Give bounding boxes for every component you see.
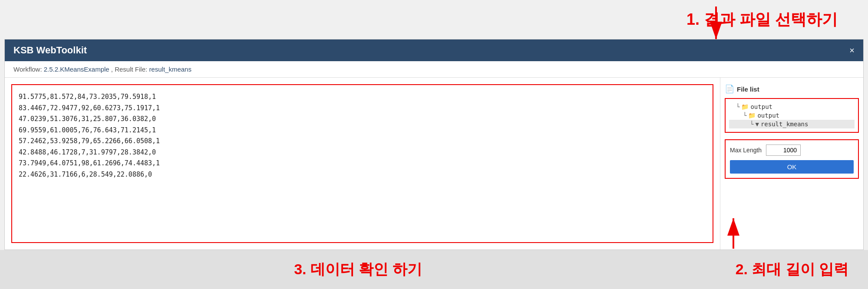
file-label: result_kmeans [761,121,809,128]
result-label: , Result File: [111,66,147,73]
workflow-value: 2.5.2.KMeansExample [44,66,109,73]
workflow-bar: Workflow: 2.5.2.KMeansExample , Result F… [5,61,863,78]
file-tree-item[interactable]: └📁 output [729,111,855,120]
file-tree-item[interactable]: └📁 output [729,102,855,111]
data-line: 69.9559,61.0005,76,76.643,71.2145,1 [19,125,706,136]
max-length-row: Max Length [730,144,854,156]
file-list-label: File list [737,85,759,93]
data-line: 57.2462,53.9258,79,65.2266,66.0508,1 [19,136,706,147]
sidebar: 📄 File list └📁 output└📁 output└▼ result_… [720,78,863,250]
tree-connector: └ [736,103,739,110]
content-area: 91.5775,81.572,84,73.2035,79.5918,183.44… [5,78,863,250]
data-line: 22.4626,31.7166,6,28.549,22.0886,0 [19,169,706,181]
tree-connector: └ [750,121,753,128]
annotation-bottom-left: 3. 데이터 확인 하기 [0,259,716,279]
annotation-bottom-right: 2. 최대 길이 입력 [716,259,868,279]
data-line: 42.8488,46.1728,7,31.9797,28.3842,0 [19,147,706,158]
close-button[interactable]: × [849,46,855,55]
file-tree-item[interactable]: └▼ result_kmeans [729,120,855,128]
data-line: 73.7949,64.0751,98,61.2696,74.4483,1 [19,158,706,169]
file-icon: 📄 [725,84,734,94]
annotation-top-right: 1. 결과 파일 선택하기 [686,9,838,30]
result-value: result_kmeans [149,66,191,73]
ok-button[interactable]: OK [730,160,854,174]
max-length-section: Max Length OK [725,139,859,179]
folder-label: output [757,112,779,119]
folder-icon: 📁 [748,112,756,119]
data-line: 47.0239,51.3076,31,25.807,36.0382,0 [19,114,706,125]
file-tree: └📁 output└📁 output└▼ result_kmeans [725,98,859,133]
folder-icon: 📁 [741,103,749,110]
file-list-header: 📄 File list [725,82,859,98]
app-title: KSB WebToolkit [13,45,87,56]
data-line: 83.4467,72.9477,92,60.6273,75.1917,1 [19,103,706,114]
file-expand-icon: ▼ [755,121,759,128]
tree-connector: └ [743,112,746,119]
folder-label: output [750,103,772,110]
data-display-box[interactable]: 91.5775,81.572,84,73.2035,79.5918,183.44… [11,84,713,243]
data-line: 91.5775,81.572,84,73.2035,79.5918,1 [19,92,706,103]
workflow-label: Workflow: [13,66,42,73]
bottom-bar: 3. 데이터 확인 하기 2. 최대 길이 입력 [0,250,868,289]
app-container: KSB WebToolkit × Workflow: 2.5.2.KMeansE… [4,39,864,250]
title-bar: KSB WebToolkit × [5,39,863,61]
max-length-input[interactable] [766,144,801,156]
max-length-label: Max Length [730,147,762,154]
main-panel: 91.5775,81.572,84,73.2035,79.5918,183.44… [5,78,720,250]
